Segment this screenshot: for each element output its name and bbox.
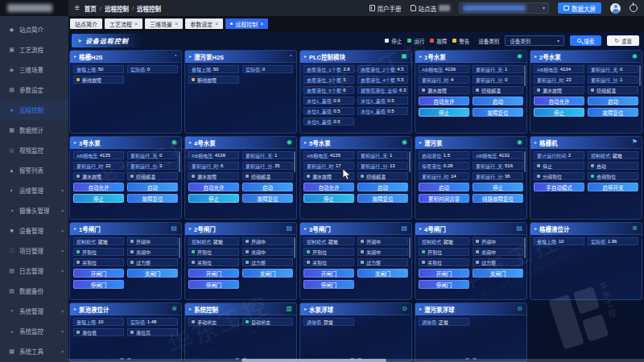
card-scrollbar[interactable] — [409, 237, 411, 258]
card-button[interactable]: 启停开关 — [588, 183, 638, 191]
status-dot — [246, 240, 249, 243]
sidebar-item-10[interactable]: ■设备管理▾ — [0, 220, 68, 241]
card-button[interactable]: 停闸门 — [419, 280, 469, 289]
breadcrumb-item[interactable]: 远程控制 — [137, 4, 161, 13]
card-scrollbar[interactable] — [179, 151, 180, 172]
sidebar-item-1[interactable]: ▣工艺流程 — [0, 39, 68, 60]
card-button[interactable]: 自动允许 — [73, 183, 124, 191]
card-button[interactable]: 启动 — [242, 183, 293, 191]
sidebar-item-7[interactable]: ▲报警列表 — [0, 160, 68, 180]
card-button[interactable]: 停止 — [473, 183, 523, 191]
horizontal-scrollbar[interactable] — [68, 359, 644, 362]
site-dropdown[interactable]: ▾ — [459, 2, 549, 14]
sidebar-item-4[interactable]: ●远程控制 — [0, 100, 68, 120]
big-screen-button[interactable]: 数据大屏 — [558, 2, 601, 14]
card-button[interactable]: 自动允许 — [303, 183, 354, 191]
card-button[interactable]: 停止 — [303, 194, 354, 203]
close-icon[interactable]: × — [175, 21, 178, 27]
card-scrollbar[interactable] — [524, 65, 526, 86]
gate-icon: ▤ — [171, 225, 177, 232]
card-button[interactable]: 自动允许 — [419, 97, 469, 105]
gate-icon: ▤ — [286, 225, 292, 232]
card-scrollbar[interactable] — [524, 151, 526, 172]
close-icon[interactable]: × — [215, 21, 218, 27]
card-button[interactable]: 线路故障复位 — [473, 194, 523, 203]
card-button[interactable]: 停闸门 — [188, 280, 239, 289]
card-button[interactable]: 停闸门 — [73, 280, 124, 289]
card-scrollbar[interactable] — [639, 65, 641, 86]
card-button[interactable]: 启动 — [473, 97, 523, 105]
tab-4[interactable]: 远程控制× — [225, 19, 268, 29]
tab-2[interactable]: 三维场景× — [145, 19, 183, 29]
card-scrollbar[interactable] — [524, 237, 526, 258]
collapse-menu-icon[interactable]: ≡ — [75, 4, 80, 12]
site-select-label[interactable]: 站点选 — [411, 4, 451, 13]
sidebar-item-12[interactable]: ▧日志管理▾ — [0, 261, 68, 281]
reset-button[interactable]: ↻ 重置 — [607, 35, 639, 46]
card-button[interactable]: 启动 — [127, 183, 178, 191]
sidebar-item-0[interactable]: ◆站点简介 — [0, 19, 68, 39]
sidebar-item-6[interactable]: ◎视频监控 — [0, 140, 68, 160]
sidebar-item-11[interactable]: □项目管理▾ — [0, 241, 68, 261]
sidebar-item-5[interactable]: ▦数据统计 — [0, 120, 68, 140]
sidebar-item-8[interactable]: ◐运维管理▾ — [0, 180, 68, 200]
card-scrollbar[interactable] — [409, 151, 411, 172]
card-button[interactable]: 停止 — [534, 108, 584, 117]
card-button[interactable]: 自动允许 — [534, 97, 584, 105]
sidebar-item-13[interactable]: ▨数据备份 — [0, 281, 68, 301]
card-button[interactable]: 手自动模式 — [534, 183, 584, 191]
close-icon[interactable]: × — [260, 21, 263, 27]
status-dot — [422, 88, 425, 92]
tab-3[interactable]: 参数设定× — [185, 19, 223, 29]
card-row: 手动状态自动状态 — [188, 318, 293, 326]
card-button[interactable]: 关闸门 — [127, 269, 178, 278]
card-button[interactable]: 故障复位 — [242, 194, 293, 203]
empty-cell — [357, 280, 408, 288]
card-button[interactable]: 故障复位 — [588, 108, 638, 117]
user-manual-link[interactable]: 用户手册 — [369, 4, 402, 13]
card-scrollbar[interactable] — [179, 237, 180, 258]
card-row: 开闸门关闸门 — [73, 269, 178, 278]
card-row: 自动允许启动 — [73, 183, 178, 191]
sidebar-item-3[interactable]: ▤参数设定 — [0, 80, 68, 100]
card-button[interactable]: 故障复位 — [473, 108, 523, 117]
card-button[interactable]: 停止 — [188, 194, 239, 203]
card-button[interactable]: 停止 — [73, 194, 124, 203]
card-button[interactable]: 停闸门 — [303, 280, 354, 289]
card-button[interactable]: 开闸门 — [73, 269, 124, 278]
card-button[interactable]: 故障复位 — [127, 194, 178, 203]
card-button[interactable]: 启动 — [588, 97, 638, 105]
card-scrollbar[interactable] — [294, 151, 295, 172]
sidebar-item-16[interactable]: ▩系统工具▾ — [0, 341, 68, 361]
card-button[interactable]: 启动 — [419, 183, 469, 191]
card-button[interactable]: 累积时间清零 — [419, 194, 469, 203]
field-label: 水位3_差值 — [307, 108, 332, 115]
card-scrollbar[interactable] — [294, 237, 295, 258]
card-button[interactable]: 关闸门 — [473, 269, 523, 278]
sidebar-item-9[interactable]: ◑摄像头管理▾ — [0, 200, 68, 220]
tab-1[interactable]: 工艺流程× — [105, 19, 142, 29]
card-button[interactable]: 开闸门 — [303, 269, 354, 278]
avatar[interactable] — [610, 3, 621, 14]
card-button[interactable]: 启动 — [357, 183, 408, 191]
card-button[interactable]: 自动允许 — [188, 183, 239, 191]
status-tag-label: 关闸中 — [251, 249, 266, 256]
search-button[interactable]: 搜索 — [570, 35, 601, 46]
card-button[interactable]: 关闸门 — [357, 269, 408, 278]
card-button[interactable]: 故障复位 — [357, 194, 408, 203]
card-button[interactable]: 停止 — [419, 108, 469, 117]
sidebar-item-14[interactable]: ◓系统管理▾ — [0, 301, 68, 321]
status-dot — [476, 88, 479, 92]
close-icon[interactable]: × — [134, 21, 138, 27]
breadcrumb-item[interactable]: 首页 — [85, 4, 97, 13]
card-button[interactable]: 开闸门 — [188, 269, 239, 278]
sidebar-item-15[interactable]: ◒系统监控▾ — [0, 321, 68, 341]
tab-0[interactable]: 站点简介 — [70, 19, 102, 29]
field-pill: 实际值1.96 — [588, 237, 638, 245]
breadcrumb-item[interactable]: 远程控制 — [105, 4, 129, 13]
device-category-select[interactable]: 设备类别 ▾ — [505, 35, 564, 46]
sidebar-item-2[interactable]: ◈三维场景 — [0, 60, 68, 80]
card-button[interactable]: 关闸门 — [242, 269, 293, 278]
card-button[interactable]: 开闸门 — [419, 269, 469, 278]
power-icon[interactable] — [630, 4, 638, 12]
